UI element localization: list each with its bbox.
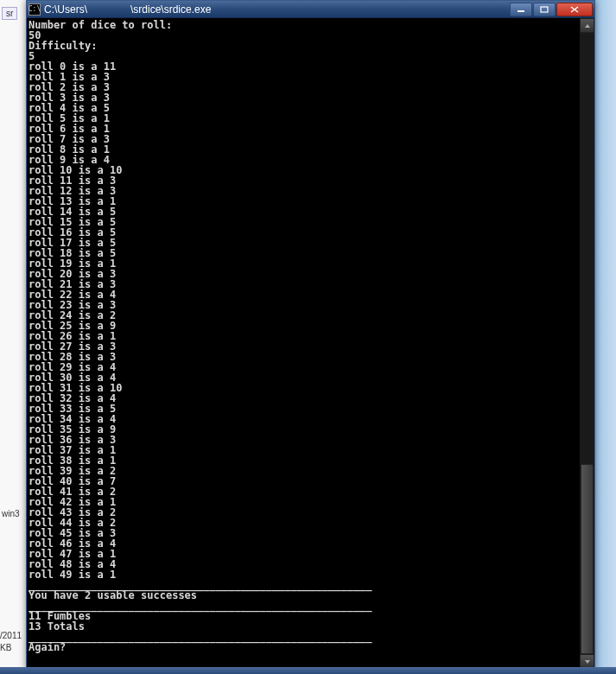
console-output[interactable]: Number of dice to roll: 50 Difficulty: 5… [27,18,580,669]
maximize-icon [540,6,549,13]
svg-rect-1 [541,7,548,12]
background-right-strip [595,0,616,674]
background-tab: sr [2,7,17,20]
scrollbar-track[interactable] [580,33,594,654]
background-date-text: /2011 [0,631,22,640]
background-left-strip [0,0,26,674]
minimize-button[interactable] [510,3,532,16]
window-controls [509,3,593,16]
console-body: Number of dice to roll: 50 Difficulty: 5… [27,18,594,669]
console-window: C:\ C:\Users\ \srdice\srdice.exe Number … [26,0,595,670]
titlebar[interactable]: C:\ C:\Users\ \srdice\srdice.exe [27,1,594,18]
background-win3-text: win3 [2,509,20,518]
scrollbar-thumb[interactable] [581,464,594,654]
chevron-down-icon [584,659,591,664]
close-icon [570,6,579,13]
svg-marker-5 [585,660,590,664]
background-kb-text: KB [0,643,11,652]
svg-rect-0 [518,10,524,12]
chevron-up-icon [584,23,591,29]
maximize-button[interactable] [533,3,556,16]
window-title: C:\Users\ \srdice\srdice.exe [44,3,509,16]
console-icon: C:\ [29,3,41,16]
vertical-scrollbar[interactable] [580,18,594,669]
scroll-up-button[interactable] [580,18,594,33]
svg-marker-4 [585,24,590,28]
taskbar-fragment [0,667,616,674]
minimize-icon [517,6,525,13]
close-button[interactable] [556,3,593,16]
